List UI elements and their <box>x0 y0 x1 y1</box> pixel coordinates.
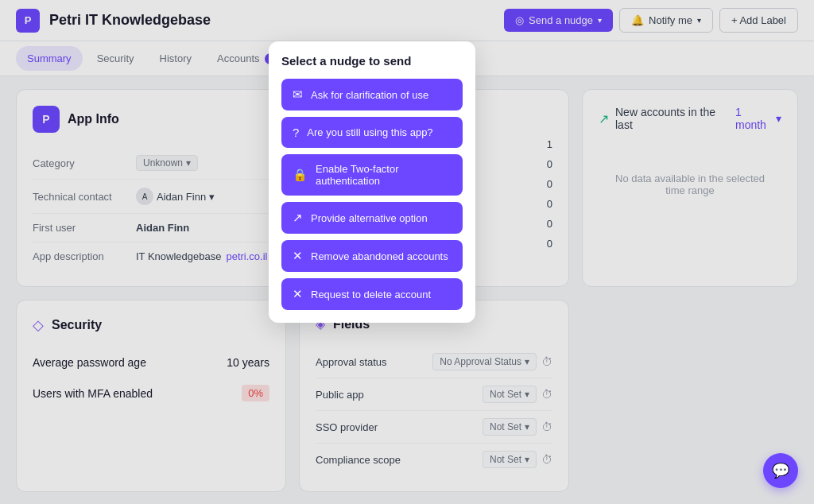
chat-button[interactable]: 💬 <box>763 453 798 488</box>
nudge-option-label: Enable Two-factor authentication <box>316 163 452 187</box>
nudge-option-delete-account[interactable]: ✕ Request to delete account <box>281 278 463 310</box>
nudge-dropdown-title: Select a nudge to send <box>281 54 463 68</box>
nudge-option-two-factor[interactable]: 🔒 Enable Two-factor authentication <box>281 154 463 196</box>
nudge-option-label: Request to delete account <box>311 289 431 300</box>
nudge-option-remove-abandoned[interactable]: ✕ Remove abandoned accounts <box>281 240 463 272</box>
clarification-icon: ✉ <box>293 87 303 102</box>
lock-icon: 🔒 <box>293 168 308 182</box>
nudge-option-label: Remove abandoned accounts <box>311 250 448 262</box>
nudge-option-alternative[interactable]: ↗ Provide alternative option <box>281 202 463 234</box>
arrow-icon: ↗ <box>293 211 303 225</box>
chat-icon: 💬 <box>772 462 789 479</box>
x-circle-icon-2: ✕ <box>293 287 303 301</box>
question-icon: ? <box>293 126 299 139</box>
nudge-option-label: Provide alternative option <box>311 212 428 224</box>
nudge-dropdown: Select a nudge to send ✉ Ask for clarifi… <box>269 41 475 323</box>
x-circle-icon: ✕ <box>293 249 303 263</box>
nudge-option-label: Ask for clarification of use <box>311 89 428 101</box>
nudge-option-label: Are you still using this app? <box>307 126 432 138</box>
nudge-option-still-using[interactable]: ? Are you still using this app? <box>281 117 463 148</box>
nudge-option-clarification[interactable]: ✉ Ask for clarification of use <box>281 79 463 110</box>
